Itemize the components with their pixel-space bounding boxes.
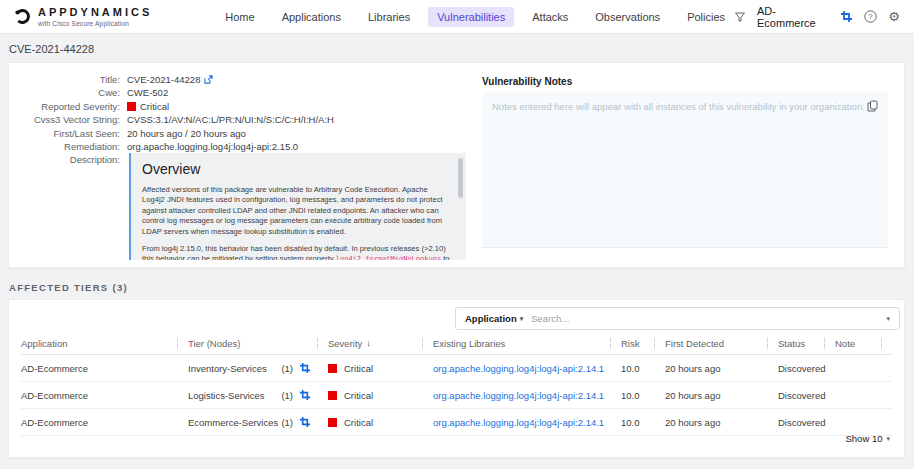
field-seen-label: First/Last Seen: [9,127,127,140]
appdynamics-logo[interactable]: APPDYNAMICS with Cisco Secure Applicatio… [14,7,152,27]
cell-first-detected: 20 hours ago [665,417,778,428]
column-resize-handle[interactable] [654,338,655,349]
column-header-risk[interactable]: Risk [621,338,665,349]
cell-existing-libraries: org.apache.logging.log4j:log4j-api:2.14.… [433,390,621,401]
table-row[interactable]: AD-Ecommerce Logistics-Services (1) Crit… [21,382,892,409]
column-resize-handle[interactable] [422,338,423,349]
overview-heading: Overview [142,161,450,177]
brand-name: APPDYNAMICS [38,7,152,18]
nav-home[interactable]: Home [216,7,263,27]
appdynamics-logo-icon [14,8,31,25]
library-link[interactable]: org.apache.logging.log4j:log4j-api:2.14.… [433,363,604,374]
settings-gear-icon[interactable]: ⚙ [888,10,900,23]
column-resize-handle[interactable] [881,338,882,349]
description-overview-box[interactable]: Overview Affected versions of this packa… [129,153,466,260]
nav-vulnerabilities[interactable]: Vulnerabilities [428,7,514,27]
application-selector[interactable]: AD-Ecommerce [757,5,829,29]
field-cwe: Cwe: CWE-502 [9,86,479,99]
cell-tier-nodes: Ecommerce-Services (1) [188,416,328,428]
cell-status: Discovered [778,363,835,374]
nav-attacks[interactable]: Attacks [523,7,577,27]
notes-placeholder: Notes entered here will appear with all … [492,100,865,112]
cell-tier-nodes: Inventory-Services (1) [188,362,328,374]
column-header-first-detected[interactable]: First Detected [665,338,778,349]
flow-map-icon[interactable] [299,389,311,401]
cell-tier-nodes: Logistics-Services (1) [188,389,328,401]
field-cwe-value: CWE-502 [127,86,168,99]
node-count: (1) [281,417,293,428]
flow-map-icon[interactable] [840,10,853,23]
external-link-icon[interactable] [204,75,213,84]
table-row[interactable]: AD-Ecommerce Ecommerce-Services (1) Crit… [21,409,892,436]
field-remediation-label: Remediation: [9,140,127,153]
show-rows-select[interactable]: Show 10 ▾ [846,433,891,444]
column-resize-handle[interactable] [767,338,768,349]
library-link[interactable]: org.apache.logging.log4j:log4j-api:2.14.… [433,390,604,401]
svg-text:?: ? [869,12,874,21]
table-footer: Show 10 ▾ [846,433,891,444]
field-severity-value: Critical [140,100,169,113]
cell-severity: Critical [328,417,433,428]
nav-policies[interactable]: Policies [678,7,734,27]
vulnerability-notes-input[interactable]: Notes entered here will appear with all … [482,92,888,248]
severity-critical-swatch [127,102,136,111]
column-resize-handle[interactable] [824,338,825,349]
filter-icon[interactable] [734,11,746,23]
top-navigation-bar: APPDYNAMICS with Cisco Secure Applicatio… [0,0,914,34]
cell-application: AD-Ecommerce [21,417,188,428]
search-filter-dropdown[interactable]: Application ▾ [465,313,523,324]
cell-application: AD-Ecommerce [21,390,188,401]
column-header-note[interactable]: Note [835,338,892,349]
cell-existing-libraries: org.apache.logging.log4j:log4j-api:2.14.… [433,363,621,374]
column-header-tier-nodes[interactable]: Tier (Nodes) [188,338,328,349]
severity-critical-swatch [328,364,337,373]
cell-existing-libraries: org.apache.logging.log4j:log4j-api:2.14.… [433,417,621,428]
cell-risk: 10.0 [621,363,665,374]
field-reported-severity: Reported Severity: Critical [9,100,479,113]
sort-descending-icon[interactable]: ↓ [366,338,371,348]
library-link[interactable]: org.apache.logging.log4j:log4j-api:2.14.… [433,417,604,428]
topbar-actions: AD-Ecommerce ? ⚙ [734,5,900,29]
affected-tiers-card: Application ▾ Search... ▾ Application Ti… [8,299,905,458]
field-cvss-label: Cvss3 Vector String: [9,113,127,126]
help-icon[interactable]: ? [864,10,877,23]
column-resize-handle[interactable] [610,338,611,349]
field-title: Title: CVE-2021-44228 [9,73,479,86]
nav-observations[interactable]: Observations [586,7,669,27]
field-title-label: Title: [9,73,127,86]
brand-subtitle: with Cisco Secure Application [38,20,152,27]
column-header-status[interactable]: Status [778,338,835,349]
field-cvss-vector: Cvss3 Vector String: CVSS:3.1/AV:N/AC:L/… [9,113,479,126]
scrollbar-thumb[interactable] [458,158,463,198]
chevron-down-icon: ▾ [886,435,890,443]
nav-libraries[interactable]: Libraries [359,7,419,27]
search-bar[interactable]: Application ▾ Search... ▾ [455,307,900,330]
cell-status: Discovered [778,417,835,428]
column-header-severity[interactable]: Severity↓ [328,338,433,349]
search-filter-label: Application [465,313,517,324]
flow-map-icon[interactable] [299,416,311,428]
code-snippet: log4j2.formatMsgNoLookups [336,255,441,260]
nav-applications[interactable]: Applications [273,7,350,27]
node-count: (1) [281,390,293,401]
vulnerability-notes-title: Vulnerability Notes [482,76,572,87]
page-title: CVE-2021-44228 [9,43,94,55]
column-resize-handle[interactable] [317,338,318,349]
search-input[interactable]: Search... [531,313,878,324]
chevron-down-icon[interactable]: ▾ [886,315,890,323]
field-seen-value: 20 hours ago / 20 hours ago [127,127,246,140]
cell-risk: 10.0 [621,390,665,401]
field-severity-label: Reported Severity: [9,100,127,113]
flow-map-icon[interactable] [299,362,311,374]
cell-application: AD-Ecommerce [21,363,188,374]
cell-risk: 10.0 [621,417,665,428]
column-header-existing-libraries[interactable]: Existing Libraries [433,338,621,349]
column-resize-handle[interactable] [177,338,178,349]
table-row[interactable]: AD-Ecommerce Inventory-Services (1) Crit… [21,355,892,382]
copy-icon[interactable] [867,100,878,112]
overview-paragraph-1: Affected versions of this package are vu… [142,185,450,237]
column-header-application[interactable]: Application [21,338,188,349]
cell-severity: Critical [328,390,433,401]
severity-critical-swatch [328,391,337,400]
vulnerability-details-card: Title: CVE-2021-44228 Cwe: CWE-502 Repor… [8,62,905,268]
